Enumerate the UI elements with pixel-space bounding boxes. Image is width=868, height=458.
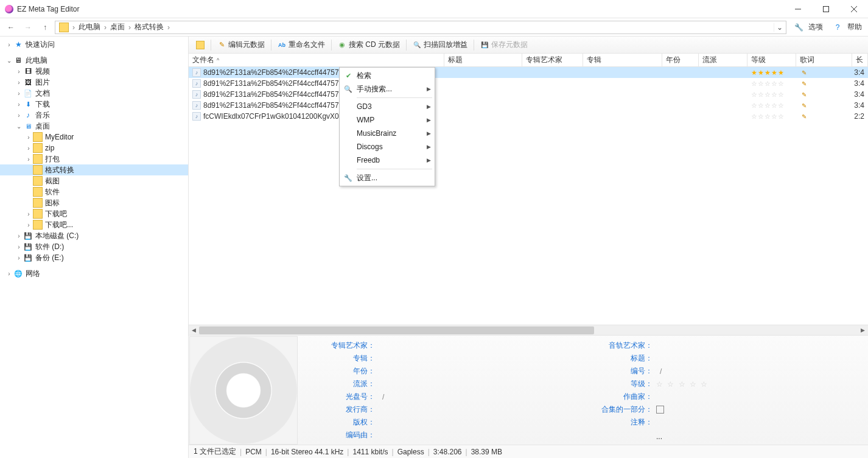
col-album[interactable]: 专辑: [583, 54, 662, 66]
tree-videos[interactable]: ›视频: [0, 66, 188, 77]
col-genre[interactable]: 流派: [699, 54, 747, 66]
rating-stars[interactable]: ★★★★★: [751, 69, 785, 77]
tree-folder-selected[interactable]: ›格式转换: [0, 164, 188, 175]
col-title[interactable]: 标题: [444, 54, 522, 66]
edit-metadata-button[interactable]: 编辑元数据: [214, 38, 268, 52]
audio-file-icon: ♪: [192, 112, 201, 121]
tree-music[interactable]: ›音乐: [0, 110, 188, 121]
rating-stars[interactable]: ☆☆☆☆☆: [751, 113, 785, 121]
tree-pictures[interactable]: ›图片: [0, 77, 188, 88]
breadcrumb-segment[interactable]: 桌面: [108, 22, 127, 32]
menu-musicbrainz[interactable]: MusicBrainz▶: [340, 127, 435, 140]
rename-files-button[interactable]: 重命名文件: [274, 38, 329, 52]
status-bitrate: 1411 kbit/s: [352, 448, 388, 456]
menu-discogs[interactable]: Discogs▶: [340, 140, 435, 153]
compilation-checkbox[interactable]: [656, 406, 664, 414]
file-row[interactable]: ♪8d91%2F131a%2Fb854%2Ff44ccff447573fb☆☆☆…: [189, 100, 868, 111]
tree-disk-d[interactable]: ›软件 (D:): [0, 241, 188, 252]
col-length[interactable]: 长: [852, 54, 868, 66]
horizontal-scrollbar[interactable]: ◀ ▶: [189, 325, 868, 335]
audio-file-icon: ♪: [192, 90, 201, 99]
scroll-thumb[interactable]: [199, 326, 594, 334]
tree-folder[interactable]: ›MyEditor: [0, 132, 188, 143]
status-format: 16-bit Stereo 44.1 kHz: [271, 448, 343, 456]
scroll-right-icon[interactable]: ▶: [858, 327, 868, 333]
col-year[interactable]: 年份: [662, 54, 699, 66]
close-button[interactable]: [840, 0, 868, 18]
tree-disk-c[interactable]: ›本地磁盘 (C:): [0, 230, 188, 241]
menu-manual-search[interactable]: 🔍手动搜索...▶: [340, 82, 435, 96]
tree-folder[interactable]: ›下载吧...: [0, 219, 188, 230]
label-album-artist: 专辑艺术家：: [306, 340, 379, 351]
menu-gd3[interactable]: GD3▶: [340, 100, 435, 113]
breadcrumb-segment[interactable]: 格式转换: [132, 22, 166, 32]
browse-folder-button[interactable]: [192, 38, 208, 52]
status-duration: 3:48.206: [433, 448, 462, 456]
label-year: 年份：: [306, 366, 379, 376]
tree-folder[interactable]: ›图标: [0, 197, 188, 208]
rating-stars[interactable]: ☆ ☆ ☆ ☆ ☆: [656, 380, 709, 389]
folder-icon: [33, 220, 43, 230]
scan-gain-button[interactable]: 扫描回放增益: [409, 38, 471, 52]
tree-folder[interactable]: ›下载吧: [0, 208, 188, 219]
title-bar: EZ Meta Tag Editor: [0, 0, 868, 18]
maximize-button[interactable]: [812, 0, 840, 18]
scroll-left-icon[interactable]: ◀: [189, 327, 199, 333]
search-cd-button[interactable]: 搜索 CD 元数据: [334, 38, 404, 52]
help-link[interactable]: 帮助: [847, 22, 862, 32]
lyrics-icon[interactable]: ✎: [800, 101, 808, 110]
options-link[interactable]: 选项: [808, 22, 823, 32]
tree-disk-e[interactable]: ›备份 (E:): [0, 252, 188, 263]
more-button[interactable]: ...: [656, 432, 662, 441]
disk-icon: [23, 242, 33, 252]
minimize-button[interactable]: [784, 0, 812, 18]
col-album-artist[interactable]: 专辑艺术家: [522, 54, 583, 66]
col-filename[interactable]: 文件名^: [189, 54, 444, 66]
address-dropdown[interactable]: ⌄: [774, 23, 785, 32]
col-rating[interactable]: 等级: [747, 54, 796, 66]
menu-wmp[interactable]: WMP▶: [340, 113, 435, 127]
menu-settings[interactable]: 🔧设置...: [340, 171, 435, 185]
audio-file-icon: ♪: [192, 68, 201, 77]
search-icon: 🔍: [342, 85, 354, 93]
rating-stars[interactable]: ☆☆☆☆☆: [751, 102, 785, 110]
lyrics-icon[interactable]: ✎: [800, 112, 808, 121]
file-list-header: 文件名^ 标题 专辑艺术家 专辑 年份 流派 等级 歌词 长: [189, 54, 868, 67]
folder-icon: [33, 143, 43, 153]
up-button[interactable]: ↑: [38, 20, 52, 35]
tree-folder[interactable]: ›截图: [0, 175, 188, 186]
breadcrumb-segment[interactable]: 此电脑: [76, 22, 103, 32]
music-icon: [23, 110, 33, 120]
tree-desktop[interactable]: ⌄桌面: [0, 121, 188, 132]
tree-this-pc[interactable]: ⌄此电脑: [0, 55, 188, 66]
lyrics-icon[interactable]: ✎: [800, 68, 808, 77]
tree-downloads[interactable]: ›下载: [0, 99, 188, 110]
lyrics-icon[interactable]: ✎: [800, 79, 808, 88]
tree-folder[interactable]: ›打包: [0, 153, 188, 164]
col-lyrics[interactable]: 歌词: [796, 54, 852, 66]
back-button[interactable]: ←: [4, 20, 18, 35]
file-row[interactable]: ♪8d91%2F131a%2Fb854%2Ff44ccff447573fb★★★…: [189, 67, 868, 78]
tree-folder[interactable]: ›zip: [0, 143, 188, 153]
save-icon: [480, 41, 489, 49]
tree-folder[interactable]: ›软件: [0, 186, 188, 197]
save-metadata-button[interactable]: 保存元数据: [477, 38, 531, 52]
tree-quick-access[interactable]: ›快速访问: [0, 39, 188, 50]
chevron-right-icon: ▶: [427, 86, 431, 92]
documents-icon: [23, 88, 33, 98]
svg-rect-1: [824, 6, 829, 12]
forward-button[interactable]: →: [21, 20, 35, 35]
nav-bar: ← → ↑ › 此电脑 › 桌面 › 格式转换 › ⌄ 🔧 选项 ? 帮助: [0, 18, 868, 37]
address-bar[interactable]: › 此电脑 › 桌面 › 格式转换 › ⌄: [55, 21, 786, 34]
menu-search[interactable]: ✔检索: [340, 69, 435, 82]
chevron-right-icon: ›: [127, 23, 132, 32]
tree-documents[interactable]: ›文档: [0, 88, 188, 99]
file-row[interactable]: ♪fcCWIEkdlx07CFrP1wGk01041200KgvX0E01☆☆☆…: [189, 111, 868, 122]
file-row[interactable]: ♪8d91%2F131a%2Fb854%2Ff44ccff447573fb☆☆☆…: [189, 89, 868, 100]
rating-stars[interactable]: ☆☆☆☆☆: [751, 91, 785, 99]
rating-stars[interactable]: ☆☆☆☆☆: [751, 80, 785, 88]
file-row[interactable]: ♪8d91%2F131a%2Fb854%2Ff44ccff447573fb☆☆☆…: [189, 78, 868, 89]
menu-freedb[interactable]: Freedb▶: [340, 153, 435, 167]
tree-network[interactable]: ›网络: [0, 268, 188, 279]
lyrics-icon[interactable]: ✎: [800, 90, 808, 99]
